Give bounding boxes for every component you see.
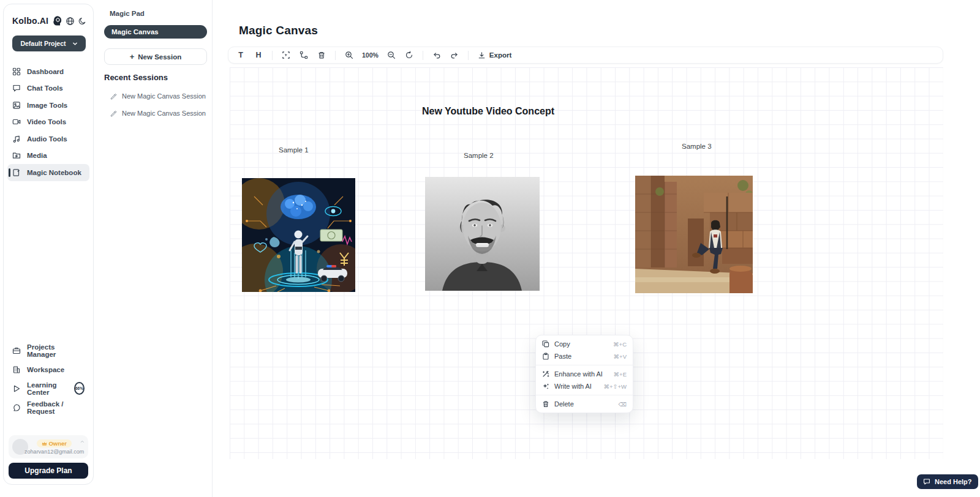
context-menu-shortcut: ⌘+V xyxy=(614,353,627,360)
sidebar-item-label: Video Tools xyxy=(27,118,66,125)
context-menu-divider xyxy=(536,395,633,395)
sidebar-item-media[interactable]: Media xyxy=(7,148,89,165)
pencil-icon xyxy=(110,110,117,117)
reset-view-button[interactable] xyxy=(403,49,415,61)
zoom-level: 100% xyxy=(361,51,380,59)
sidebar-item-workspace[interactable]: Workspace xyxy=(7,360,89,379)
context-menu-divider xyxy=(536,365,633,365)
undo-button[interactable] xyxy=(431,49,443,61)
session-item-label: New Magic Canvas Session xyxy=(122,92,206,100)
redo-button[interactable] xyxy=(448,49,461,61)
sample-3-image[interactable] xyxy=(635,176,753,293)
canvas-title-text[interactable]: New Youtube Video Concept xyxy=(422,106,554,117)
need-help-label: Need Help? xyxy=(935,478,972,485)
context-menu-shortcut: ⌘+⇧+W xyxy=(603,383,627,390)
sidebar: Kolbo.AI Default Project Dashboard Chat … xyxy=(3,4,94,485)
owner-badge: Owner xyxy=(37,439,72,447)
session-item[interactable]: New Magic Canvas Session xyxy=(110,110,206,117)
project-selector-label: Default Project xyxy=(20,40,66,47)
toolbar-divider xyxy=(272,51,273,60)
zoom-in-button[interactable] xyxy=(343,49,355,61)
context-menu-label: Write with AI xyxy=(554,383,592,390)
toolbar-divider xyxy=(423,51,423,60)
user-email: zoharvan12@gmail.com xyxy=(24,449,84,455)
context-menu-item-paste[interactable]: Paste ⌘+V xyxy=(536,350,633,362)
magic-pad-item[interactable]: Magic Pad xyxy=(110,10,145,17)
project-selector[interactable]: Default Project xyxy=(12,36,86,51)
sample-2-image[interactable] xyxy=(425,177,540,291)
video-icon xyxy=(12,118,21,126)
context-menu-shortcut: ⌘+C xyxy=(613,341,627,348)
sidebar-item-projects-manager[interactable]: Projects Manager xyxy=(7,341,89,360)
connector-tool-button[interactable] xyxy=(298,49,310,61)
sample-1-image[interactable] xyxy=(242,178,355,292)
brand-logo: Kolbo.AI xyxy=(12,16,48,26)
context-menu-shortcut: ⌫ xyxy=(619,401,627,408)
sidebar-item-label: Learning Center xyxy=(27,381,67,396)
magic-canvas-item[interactable]: Magic Canvas xyxy=(104,25,207,39)
sessions-panel: Magic Pad Magic Canvas + New Session Rec… xyxy=(95,0,213,497)
redo-icon xyxy=(450,51,459,59)
heading-tool-button[interactable]: H xyxy=(252,49,265,61)
sidebar-item-label: Image Tools xyxy=(27,102,67,109)
select-frame-icon xyxy=(282,51,290,59)
copy-icon xyxy=(542,340,549,348)
context-menu-shortcut: ⌘+E xyxy=(614,371,627,378)
sidebar-item-chat-tools[interactable]: Chat Tools xyxy=(7,80,89,97)
download-icon xyxy=(478,51,486,59)
user-meta: Owner zoharvan12@gmail.com xyxy=(32,439,76,455)
new-session-label: New Session xyxy=(138,53,181,61)
export-button[interactable]: Export xyxy=(478,51,511,59)
feedback-bubble-icon xyxy=(12,403,21,412)
export-label: Export xyxy=(489,51,511,59)
sample-1-label[interactable]: Sample 1 xyxy=(279,146,309,154)
sample-3-label[interactable]: Sample 3 xyxy=(682,143,712,150)
session-item[interactable]: New Magic Canvas Session xyxy=(110,92,206,100)
language-globe-icon[interactable] xyxy=(66,17,75,26)
sidebar-item-label: Dashboard xyxy=(27,68,64,75)
context-menu-item-copy[interactable]: Copy ⌘+C xyxy=(536,338,633,350)
sidebar-item-learning-center[interactable]: Learning Center 66% xyxy=(7,379,89,398)
user-card[interactable]: Owner zoharvan12@gmail.com xyxy=(9,435,88,458)
magic-wand-icon xyxy=(542,370,549,378)
undo-icon xyxy=(432,51,441,59)
context-menu-item-delete[interactable]: Delete ⌫ xyxy=(536,398,633,410)
sidebar-item-dashboard[interactable]: Dashboard xyxy=(7,63,89,80)
session-item-label: New Magic Canvas Session xyxy=(122,110,206,117)
delete-tool-button[interactable] xyxy=(315,49,328,61)
sidebar-item-magic-notebook[interactable]: Magic Notebook xyxy=(7,164,89,181)
context-menu-item-write-with-ai[interactable]: Write with AI ⌘+⇧+W xyxy=(536,380,633,392)
sidebar-nav: Dashboard Chat Tools Image Tools Video T… xyxy=(7,63,89,181)
new-session-button[interactable]: + New Session xyxy=(104,48,207,65)
media-folder-icon xyxy=(12,151,21,160)
need-help-button[interactable]: Need Help? xyxy=(917,474,978,489)
trash-icon xyxy=(542,400,549,408)
text-tool-button[interactable]: T xyxy=(235,49,247,61)
sidebar-item-label: Projects Manager xyxy=(27,343,85,358)
select-frame-tool-button[interactable] xyxy=(280,49,292,61)
context-menu: Copy ⌘+C Paste ⌘+V Enhance with AI ⌘+E W… xyxy=(535,335,633,413)
sidebar-item-feedback-request[interactable]: Feedback / Request xyxy=(7,398,89,417)
dark-mode-moon-icon[interactable] xyxy=(78,17,87,26)
plus-icon: + xyxy=(130,52,135,61)
owner-badge-label: Owner xyxy=(48,440,67,447)
context-menu-label: Copy xyxy=(554,340,570,348)
logo-row: Kolbo.AI xyxy=(12,15,87,26)
upgrade-plan-button[interactable]: Upgrade Plan xyxy=(9,463,88,479)
brand-brain-icon xyxy=(51,15,62,26)
sidebar-item-audio-tools[interactable]: Audio Tools xyxy=(7,130,89,148)
context-menu-label: Delete xyxy=(554,400,574,408)
sidebar-item-label: Audio Tools xyxy=(27,135,67,143)
app-root: Kolbo.AI Default Project Dashboard Chat … xyxy=(0,0,980,497)
help-chat-icon xyxy=(923,478,930,485)
canvas-toolbar: T H 100% Export xyxy=(228,47,943,64)
crown-icon xyxy=(42,441,47,446)
sidebar-footer-nav: Projects Manager Workspace Learning Cent… xyxy=(7,341,89,417)
recent-sessions-heading: Recent Sessions xyxy=(104,73,168,82)
sidebar-item-video-tools[interactable]: Video Tools xyxy=(7,114,89,131)
zoom-out-button[interactable] xyxy=(385,49,398,61)
sidebar-item-image-tools[interactable]: Image Tools xyxy=(7,97,89,114)
chat-icon xyxy=(12,84,21,92)
context-menu-item-enhance-with-ai[interactable]: Enhance with AI ⌘+E xyxy=(536,368,633,380)
sample-2-label[interactable]: Sample 2 xyxy=(464,152,494,159)
